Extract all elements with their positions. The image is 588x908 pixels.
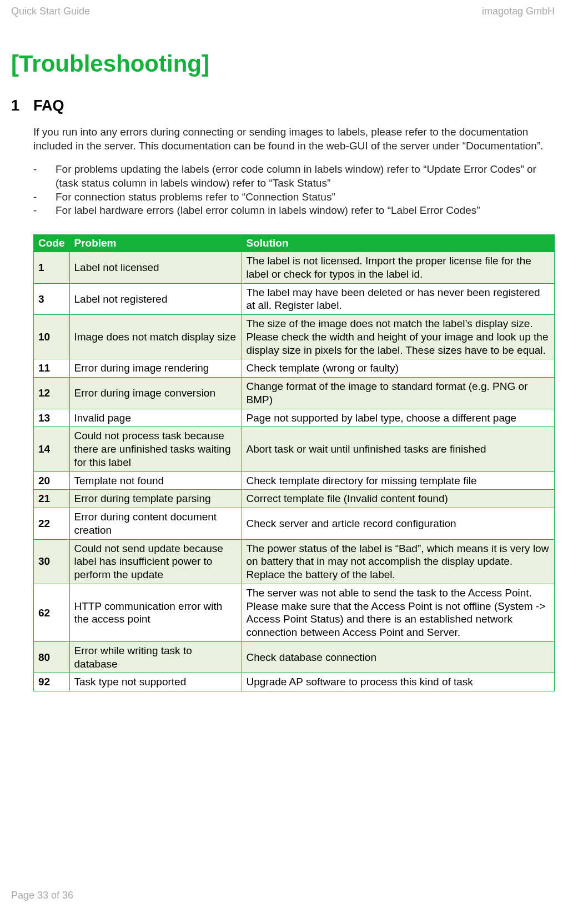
table-row: 30Could not send update because label ha… <box>34 539 555 584</box>
page-content: [Troubleshooting] 1 FAQ If you run into … <box>0 17 588 691</box>
page-header: Quick Start Guide imagotag GmbH <box>0 0 588 17</box>
cell-code: 1 <box>34 252 70 284</box>
error-codes-table: Code Problem Solution 1Label not license… <box>33 234 555 691</box>
cell-code: 14 <box>34 427 70 471</box>
cell-solution: Abort task or wait until unfinished task… <box>242 427 555 471</box>
cell-code: 80 <box>34 641 70 673</box>
cell-solution: Page not supported by label type, choose… <box>242 409 555 427</box>
table-row: 10Image does not match display sizeThe s… <box>34 315 555 359</box>
table-row: 12Error during image conversionChange fo… <box>34 378 555 409</box>
col-code: Code <box>34 235 70 252</box>
cell-code: 62 <box>34 584 70 641</box>
dash-icon: - <box>33 190 56 204</box>
cell-problem: Error during template parsing <box>69 490 242 508</box>
dash-icon: - <box>33 163 56 190</box>
cell-problem: Label not licensed <box>69 252 242 284</box>
table-row: 13Invalid pagePage not supported by labe… <box>34 409 555 427</box>
cell-code: 20 <box>34 471 70 490</box>
cell-problem: Error during image rendering <box>69 359 242 378</box>
table-row: 80Error while writing task to databaseCh… <box>34 641 555 673</box>
bullet-list: - For problems updating the labels (erro… <box>33 163 555 218</box>
table-header-row: Code Problem Solution <box>34 235 555 252</box>
bullet-text: For label hardware errors (label error c… <box>56 204 555 218</box>
section-number: 1 <box>11 97 33 114</box>
cell-problem: Could not process task because there are… <box>69 427 242 471</box>
cell-solution: Check template (wrong or faulty) <box>242 359 555 378</box>
cell-problem: Label not registered <box>69 283 242 315</box>
dash-icon: - <box>33 204 56 218</box>
cell-solution: The server was not able to send the task… <box>242 584 555 641</box>
cell-problem: Task type not supported <box>69 673 242 691</box>
bullet-text: For connection status problems refer to … <box>56 190 555 204</box>
cell-problem: Error while writing task to database <box>69 641 242 673</box>
cell-solution: Upgrade AP software to process this kind… <box>242 673 555 691</box>
cell-code: 11 <box>34 359 70 378</box>
table-row: 62HTTP communication error with the acce… <box>34 584 555 641</box>
cell-code: 10 <box>34 315 70 359</box>
table-row: 3Label not registeredThe label may have … <box>34 283 555 315</box>
table-row: 20Template not foundCheck template direc… <box>34 471 555 490</box>
table-row: 22Error during content document creation… <box>34 508 555 540</box>
cell-solution: The power status of the label is “Bad”, … <box>242 539 555 584</box>
cell-solution: The label may have been deleted or has n… <box>242 283 555 315</box>
bullet-text: For problems updating the labels (error … <box>56 163 555 190</box>
cell-code: 21 <box>34 490 70 508</box>
cell-problem: Image does not match display size <box>69 315 242 359</box>
header-right: imagotag GmbH <box>482 6 555 17</box>
intro-paragraph: If you run into any errors during connec… <box>33 126 555 153</box>
cell-solution: Check template directory for missing tem… <box>242 471 555 490</box>
header-left: Quick Start Guide <box>11 6 90 17</box>
section-heading: 1 FAQ <box>11 97 555 114</box>
table-row: 1Label not licensedThe label is not lice… <box>34 252 555 284</box>
cell-solution: The size of the image does not match the… <box>242 315 555 359</box>
cell-problem: Error during image conversion <box>69 378 242 409</box>
col-solution: Solution <box>242 235 555 252</box>
cell-solution: Change format of the image to standard f… <box>242 378 555 409</box>
cell-problem: Invalid page <box>69 409 242 427</box>
cell-problem: Error during content document creation <box>69 508 242 540</box>
section-title: FAQ <box>33 97 64 114</box>
cell-code: 92 <box>34 673 70 691</box>
page-title: [Troubleshooting] <box>11 51 555 77</box>
cell-code: 3 <box>34 283 70 315</box>
list-item: - For problems updating the labels (erro… <box>33 163 555 190</box>
cell-code: 22 <box>34 508 70 540</box>
cell-solution: Check server and article record configur… <box>242 508 555 540</box>
cell-code: 30 <box>34 539 70 584</box>
table-row: 92Task type not supportedUpgrade AP soft… <box>34 673 555 691</box>
list-item: - For connection status problems refer t… <box>33 190 555 204</box>
cell-code: 12 <box>34 378 70 409</box>
cell-problem: HTTP communication error with the access… <box>69 584 242 641</box>
table-row: 21Error during template parsingCorrect t… <box>34 490 555 508</box>
table-row: 14Could not process task because there a… <box>34 427 555 471</box>
page-footer: Page 33 of 36 <box>11 890 73 901</box>
cell-problem: Template not found <box>69 471 242 490</box>
cell-problem: Could not send update because label has … <box>69 539 242 584</box>
cell-solution: Correct template file (Invalid content f… <box>242 490 555 508</box>
cell-solution: The label is not licensed. Import the pr… <box>242 252 555 284</box>
cell-solution: Check database connection <box>242 641 555 673</box>
col-problem: Problem <box>69 235 242 252</box>
cell-code: 13 <box>34 409 70 427</box>
list-item: - For label hardware errors (label error… <box>33 204 555 218</box>
table-row: 11Error during image renderingCheck temp… <box>34 359 555 378</box>
